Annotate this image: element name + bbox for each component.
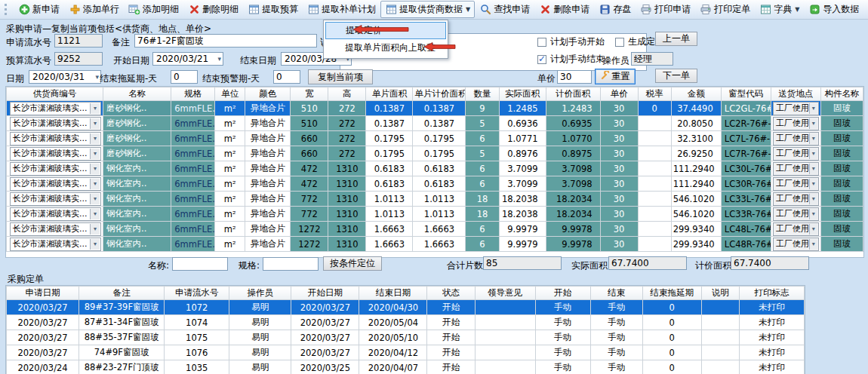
table-cell[interactable]: 88#35-37F窗固玻 [79,330,165,345]
table-row[interactable]: 长沙市潇湘玻璃实...▾磨砂钢化..6mmFLE..m²异地合片6602720.… [7,146,863,161]
table-cell[interactable]: 20.8050 [671,116,721,131]
table-cell[interactable]: 开始 [427,330,475,345]
table-cell[interactable] [638,161,671,176]
table-cell[interactable]: 272 [328,116,366,131]
column-header[interactable]: 实际面积 [499,87,546,101]
table-cell[interactable]: m² [215,116,245,131]
table-cell[interactable]: 3.7098 [546,161,600,176]
table-cell[interactable]: 1.0113 [413,207,466,222]
table-cell[interactable]: LC33R-76#.. [721,207,771,222]
table-cell[interactable]: 6mmFLE.. [171,176,215,192]
chevron-down-icon[interactable]: ▾ [90,239,100,250]
table-cell[interactable]: 88#23-27F门顶玻 [79,360,165,374]
reset-button[interactable]: 重置 [595,69,636,84]
manual-start-checkbox[interactable]: 计划手动开始 [537,35,605,48]
table-cell[interactable]: 2020/03/27 [7,330,79,345]
table-cell[interactable]: 固玻 [820,116,863,131]
table-cell[interactable]: 30 [600,146,638,161]
table-cell[interactable] [475,360,535,374]
table-cell[interactable]: 0.6183 [413,161,466,176]
table-cell[interactable] [638,237,671,252]
chevron-down-icon[interactable]: ▾ [809,209,817,219]
table-cell[interactable]: 9.9978 [546,222,600,237]
table-cell[interactable]: 异地合片 [245,161,291,176]
table-cell[interactable]: 钢化室内.. [103,176,171,192]
table-cell[interactable]: 2020/03/25 [291,360,359,374]
table-cell[interactable]: 磨砂钢化.. [103,116,171,131]
table-cell[interactable]: LC48L-76#.. [721,222,771,237]
toolbar-button-add-row[interactable]: 添加单行 [64,1,124,18]
table-cell[interactable]: 1.0113 [413,192,466,207]
column-header[interactable]: 颜色 [245,87,291,101]
combo-cell[interactable]: 工厂使用▾ [771,131,820,146]
table-cell[interactable]: 磨砂钢化.. [103,146,171,161]
column-header[interactable]: 备注 [79,287,165,300]
toolbar-button-extract-supplement-plan[interactable]: 提取补单计划 [303,1,380,18]
table-cell[interactable]: 1075 [165,330,229,345]
table-cell[interactable]: 0 [642,345,701,360]
table-cell[interactable]: 6 [466,131,499,146]
table-cell[interactable]: 30 [600,207,638,222]
column-header[interactable]: 构件名称 [820,87,863,101]
table-cell[interactable] [475,330,535,345]
table-cell[interactable]: 手动 [590,345,642,360]
table-cell[interactable]: 2020/04/07 [359,360,427,374]
table-cell[interactable]: 272 [328,131,366,146]
column-header[interactable]: 结束拖延期 [642,287,701,300]
column-header[interactable]: 宽 [291,87,328,101]
column-header[interactable]: 数量 [466,87,499,101]
table-cell[interactable]: 9.9979 [499,237,546,252]
table-cell[interactable]: 1.0113 [366,207,413,222]
table-cell[interactable]: 74#9F窗固玻 [79,345,165,360]
table-cell[interactable]: 手动 [535,330,590,345]
table-cell[interactable]: 磨砂钢化.. [103,101,171,116]
table-cell[interactable]: 0.1795 [413,131,466,146]
table-cell[interactable]: 30 [600,237,638,252]
checkbox-icon[interactable] [615,38,624,47]
toolbar-button-save[interactable]: 存盘 [594,1,636,18]
table-cell[interactable]: 0.8976 [499,146,546,161]
table-row[interactable]: 2020/03/2488#23-27F门顶玻1035易明2020/03/2520… [7,360,805,374]
table-cell[interactable]: 固玻 [820,161,863,176]
filter-name-input[interactable] [172,257,228,271]
table-cell[interactable]: 手动 [590,330,642,345]
table-cell[interactable]: 0.6183 [413,176,466,192]
combo-cell[interactable]: 工厂使用▾ [771,101,820,116]
column-header[interactable]: 结束日期 [359,287,427,300]
table-cell[interactable] [701,300,739,315]
table-cell[interactable]: 异地合片 [245,101,291,116]
operator-field[interactable] [631,52,673,66]
table-cell[interactable]: 0.6183 [366,161,413,176]
table-cell[interactable] [701,345,739,360]
table-cell[interactable]: 未打印 [739,300,804,315]
table-cell[interactable] [701,315,739,330]
column-header[interactable]: 税率 [638,87,671,101]
table-cell[interactable]: 0.8975 [546,146,600,161]
chevron-down-icon[interactable]: ▾ [90,118,100,129]
column-header[interactable]: 名称 [103,87,171,101]
table-cell[interactable]: 易明 [229,345,291,360]
table-cell[interactable]: 0.1795 [366,146,413,161]
table-cell[interactable]: 472 [291,161,328,176]
combo-cell[interactable]: 长沙市潇湘玻璃实...▾ [7,101,103,116]
table-cell[interactable]: 9.9978 [546,237,600,252]
table-cell[interactable]: 1.0771 [499,131,546,146]
table-cell[interactable]: 3.7099 [499,176,546,192]
table-cell[interactable]: 6mmFLE.. [171,131,215,146]
table-row[interactable]: 2020/03/2787#31-34F窗固玻1074易明2020/03/2720… [7,315,805,330]
combo-cell[interactable]: 工厂使用▾ [771,222,820,237]
table-cell[interactable]: 手动 [535,300,590,315]
menu-item-extract-pricing[interactable]: 提取定价 [325,22,446,39]
table-cell[interactable]: 未打印 [739,360,804,374]
table-cell[interactable]: 固玻 [820,131,863,146]
table-cell[interactable]: 272 [328,146,366,161]
table-cell[interactable]: 510 [291,101,328,116]
table-cell[interactable]: 299.9340 [671,237,721,252]
column-header[interactable]: 高 [328,87,366,101]
toolbar-button-find-request[interactable]: 查找申请 [475,1,534,18]
date-picker[interactable]: 2020/03/31▾ [29,70,101,84]
table-cell[interactable] [475,345,535,360]
column-header[interactable]: 操作员 [229,287,291,300]
combo-cell[interactable]: 工厂使用▾ [771,237,820,252]
table-cell[interactable]: 0.1387 [413,116,466,131]
